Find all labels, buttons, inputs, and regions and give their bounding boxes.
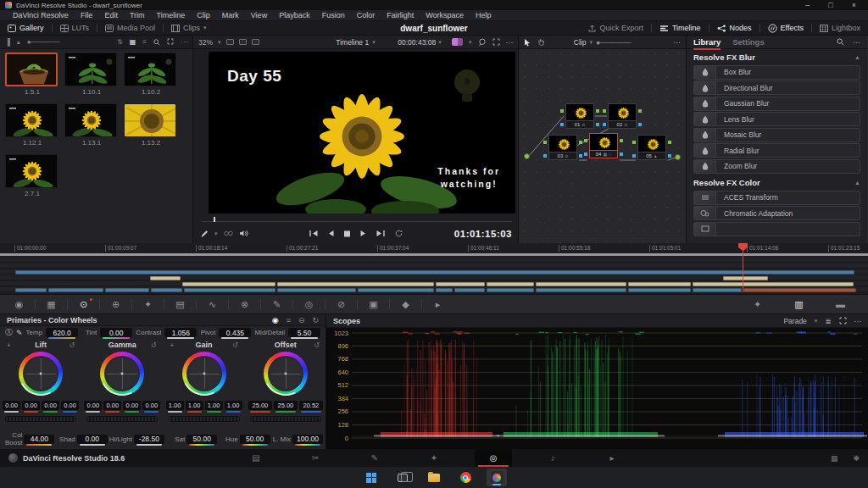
track-v6[interactable]	[0, 258, 868, 263]
resolve-taskbar-button[interactable]	[487, 469, 507, 486]
section-resolve-fx-blur[interactable]: Resolve FX Blur▲	[687, 49, 867, 64]
offset-wheel[interactable]	[264, 352, 308, 396]
video-clip[interactable]	[436, 288, 453, 292]
video-clip[interactable]	[48, 288, 103, 292]
wipe-mode-icon[interactable]	[452, 38, 463, 46]
enhanced-viewer-icon[interactable]	[252, 39, 259, 45]
menu-trim[interactable]: Trim	[124, 11, 151, 19]
gallery-still[interactable]: 1.13.2	[124, 103, 178, 147]
title-clip[interactable]	[693, 282, 854, 286]
reset-gain-icon[interactable]: ↺	[232, 341, 238, 349]
video-clip[interactable]	[277, 288, 356, 292]
timeline-mini[interactable]: 01:00:00:00 01:00:09:07 01:00:18:14 01:0…	[0, 243, 868, 294]
gallery-search-icon[interactable]	[153, 39, 160, 46]
menu-davinci-resolve[interactable]: DaVinci Resolve	[7, 11, 75, 19]
annotate-pen-icon[interactable]	[200, 230, 209, 238]
project-manager-icon[interactable]: ▦	[831, 454, 838, 463]
fx-item-partial[interactable]	[693, 222, 860, 236]
node-05[interactable]: 05▲	[637, 135, 666, 160]
gallery-still[interactable]: 1.13.1	[64, 103, 119, 147]
video-clip[interactable]	[454, 288, 485, 292]
track-v3[interactable]	[0, 275, 868, 280]
clips-toggle-button[interactable]: Clips▾	[164, 21, 214, 35]
fx-radial-blur[interactable]: Radial Blur	[693, 143, 860, 158]
menu-timeline[interactable]: Timeline	[151, 11, 192, 19]
fx-mosaic-blur[interactable]: Mosaic Blur	[693, 128, 860, 142]
white-balance-picker-icon[interactable]: ✎	[16, 329, 23, 337]
video-clip[interactable]	[628, 288, 691, 292]
effects-options-icon[interactable]: ⋯	[853, 38, 860, 47]
minimize-button[interactable]: –	[805, 1, 810, 9]
track-v4[interactable]	[0, 269, 868, 274]
viewer-zoom-level[interactable]: 32%	[198, 38, 213, 47]
gallery-zoom-slider[interactable]: ●──────	[27, 38, 60, 46]
gallery-options-icon[interactable]: ⋯	[181, 38, 187, 46]
page-fairlight-icon[interactable]: ♪	[534, 449, 571, 467]
lift-red[interactable]: 0.00	[22, 401, 40, 410]
blur-tool-icon[interactable]: ◆	[392, 299, 420, 310]
menu-view[interactable]: View	[245, 11, 273, 19]
video-clip[interactable]	[105, 288, 149, 292]
page-deliver-icon[interactable]: ▸	[593, 449, 631, 467]
lift-green[interactable]: 0.00	[42, 401, 59, 410]
playhead-line[interactable]	[743, 243, 743, 292]
last-frame-button[interactable]	[376, 230, 386, 237]
title-clip[interactable]	[628, 282, 691, 286]
track-v5[interactable]	[0, 263, 868, 269]
track-v2[interactable]	[0, 281, 868, 286]
gain-wheel[interactable]	[182, 352, 226, 396]
luts-toggle-button[interactable]: LUTs	[53, 21, 97, 35]
fx-gaussian-blur[interactable]: Gaussian Blur	[693, 97, 860, 111]
gamma-master-wheel[interactable]	[86, 416, 158, 422]
video-clip[interactable]	[487, 288, 534, 292]
track-v1[interactable]	[0, 287, 868, 292]
gallery-still[interactable]: 1.12.1	[5, 103, 59, 147]
video-clip[interactable]	[536, 288, 626, 292]
hilight-value[interactable]: -28.50	[134, 435, 164, 444]
magic-mask-icon[interactable]: ▣	[359, 299, 387, 310]
node-mode-selector[interactable]: Clip	[574, 38, 587, 47]
gallery-still[interactable]: 1.5.1	[5, 53, 59, 96]
menu-edit[interactable]: Edit	[98, 11, 124, 19]
first-frame-button[interactable]	[309, 230, 319, 237]
audio-mute-icon[interactable]	[239, 230, 248, 237]
gallery-panel-icon[interactable]: ▐	[5, 38, 10, 46]
task-view-button[interactable]	[392, 469, 413, 486]
shad-value[interactable]: 0.00	[77, 435, 108, 444]
reset-lift-icon[interactable]: ↺	[69, 341, 75, 349]
hdr-wheels-icon[interactable]: ⊕	[102, 299, 130, 310]
node-options-icon[interactable]: ⋯	[673, 38, 681, 47]
section-resolve-fx-color[interactable]: Resolve FX Color▲	[687, 175, 867, 189]
temp-value[interactable]: 620.0	[46, 328, 78, 337]
effects-search-icon[interactable]	[837, 38, 844, 46]
video-clip-current[interactable]	[743, 288, 856, 292]
node-03[interactable]: 03⊘	[548, 135, 577, 160]
source-node-dot[interactable]	[524, 153, 530, 159]
menu-color[interactable]: Color	[351, 11, 381, 19]
sort-icon[interactable]: ⇅	[117, 38, 123, 46]
page-edit-icon[interactable]: ✎	[356, 449, 393, 467]
quick-export-button[interactable]: Quick Export	[581, 21, 651, 35]
color-wheels-icon[interactable]: ⊙	[70, 299, 97, 310]
fx-box-blur[interactable]: Box Blur	[693, 65, 860, 80]
menu-fusion[interactable]: Fusion	[316, 11, 351, 19]
gain-red[interactable]: 1.00	[186, 401, 203, 410]
pivot-value[interactable]: 0.435	[219, 328, 251, 337]
fx-zoom-blur[interactable]: Zoom Blur	[693, 159, 860, 174]
lightbox-button[interactable]: Lightbox	[812, 21, 868, 35]
gain-master[interactable]: 1.00	[166, 401, 184, 410]
scopes-toggle-icon[interactable]: ▥	[785, 299, 813, 310]
fx-aces-transform[interactable]: ACES Transform	[693, 191, 860, 205]
fx-directional-blur[interactable]: Directional Blur	[693, 80, 860, 95]
title-clip[interactable]	[536, 282, 626, 286]
gamma-green[interactable]: 0.00	[123, 401, 141, 410]
lift-master-wheel[interactable]	[5, 416, 76, 422]
menu-help[interactable]: Help	[470, 11, 498, 19]
col-boost-value[interactable]: 44.00	[24, 435, 54, 444]
menu-mark[interactable]: Mark	[216, 11, 245, 19]
stereo-glasses-icon[interactable]	[224, 230, 233, 236]
video-clip[interactable]	[15, 270, 854, 274]
page-cut-icon[interactable]: ✂	[297, 449, 334, 467]
scope-mode-selector[interactable]: Parade	[783, 317, 806, 325]
title-clip[interactable]	[150, 276, 181, 280]
